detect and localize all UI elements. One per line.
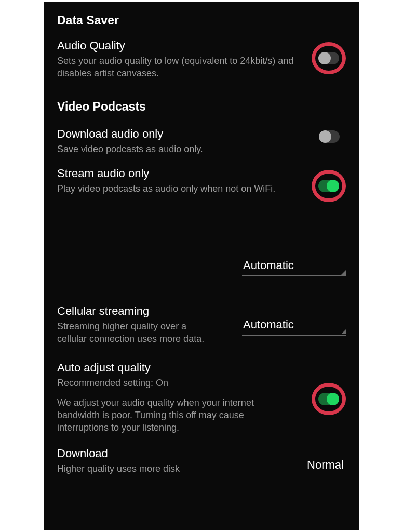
audio-quality-title: Audio Quality	[57, 39, 305, 52]
cellular-streaming-row: Cellular streaming Streaming higher qual…	[57, 304, 346, 345]
stream-audio-only-toggle[interactable]	[318, 180, 339, 192]
download-audio-only-title: Download audio only	[57, 127, 313, 141]
download-quality-text: Download Higher quality uses more disk	[57, 447, 223, 475]
highlight-circle-icon	[312, 383, 346, 415]
cellular-streaming-text: Cellular streaming Streaming higher qual…	[57, 304, 218, 345]
toggle-knob-icon	[319, 130, 331, 143]
toggle-knob-icon	[327, 393, 339, 405]
audio-quality-control	[312, 42, 346, 74]
toggle-knob-icon	[327, 180, 339, 192]
auto-adjust-quality-toggle[interactable]	[318, 393, 339, 405]
audio-quality-desc: Sets your audio quality to low (equivale…	[57, 55, 305, 80]
download-quality-row: Download Higher quality uses more disk N…	[57, 447, 346, 475]
auto-adjust-quality-title: Auto adjust quality	[57, 361, 303, 375]
stream-audio-only-desc: Play video podcasts as audio only when n…	[57, 182, 305, 195]
toggle-knob-icon	[318, 52, 331, 64]
audio-quality-row: Audio Quality Sets your audio quality to…	[57, 39, 346, 80]
partial-top-value: Automatic	[242, 257, 346, 275]
cellular-streaming-value: Automatic	[242, 316, 346, 335]
auto-adjust-quality-desc: We adjust your audio quality when your i…	[57, 396, 275, 434]
download-audio-only-control	[319, 130, 340, 143]
audio-quality-toggle[interactable]	[318, 52, 339, 64]
highlight-circle-icon	[312, 170, 346, 202]
select-underline-icon	[242, 335, 346, 336]
stream-audio-only-text: Stream audio only Play video podcasts as…	[57, 167, 305, 195]
download-quality-value[interactable]: Normal	[307, 458, 346, 472]
partial-top-row: Automatic	[57, 260, 346, 293]
auto-adjust-quality-sub: Recommended setting: On	[57, 377, 303, 389]
stream-audio-only-title: Stream audio only	[57, 167, 305, 180]
auto-adjust-quality-row: Auto adjust quality Recommended setting:…	[57, 361, 346, 434]
download-audio-only-row: Download audio only Save video podcasts …	[57, 127, 346, 155]
settings-panel-top: Data Saver Audio Quality Sets your audio…	[44, 2, 359, 260]
download-quality-title: Download	[57, 447, 223, 460]
partial-top-select[interactable]: Automatic	[242, 257, 346, 276]
video-podcasts-header: Video Podcasts	[57, 100, 346, 114]
download-audio-only-text: Download audio only Save video podcasts …	[57, 127, 313, 155]
cellular-streaming-select[interactable]: Automatic	[242, 316, 346, 336]
download-audio-only-desc: Save video podcasts as audio only.	[57, 143, 313, 155]
stream-audio-only-row: Stream audio only Play video podcasts as…	[57, 167, 346, 202]
settings-panel-bottom: Automatic Cellular streaming Streaming h…	[44, 260, 359, 530]
cellular-streaming-title: Cellular streaming	[57, 304, 218, 318]
cellular-streaming-desc: Streaming higher quality over a cellular…	[57, 320, 218, 345]
select-underline-icon	[242, 275, 346, 276]
auto-adjust-quality-text: Auto adjust quality Recommended setting:…	[57, 361, 303, 434]
dropdown-triangle-icon	[341, 329, 346, 334]
highlight-circle-icon	[312, 42, 346, 74]
data-saver-header: Data Saver	[57, 14, 346, 28]
download-quality-desc: Higher quality uses more disk	[57, 462, 223, 475]
auto-adjust-quality-control	[312, 383, 346, 415]
audio-quality-text: Audio Quality Sets your audio quality to…	[57, 39, 305, 80]
stream-audio-only-control	[312, 170, 346, 202]
download-audio-only-toggle[interactable]	[319, 130, 340, 143]
dropdown-triangle-icon	[341, 270, 346, 275]
